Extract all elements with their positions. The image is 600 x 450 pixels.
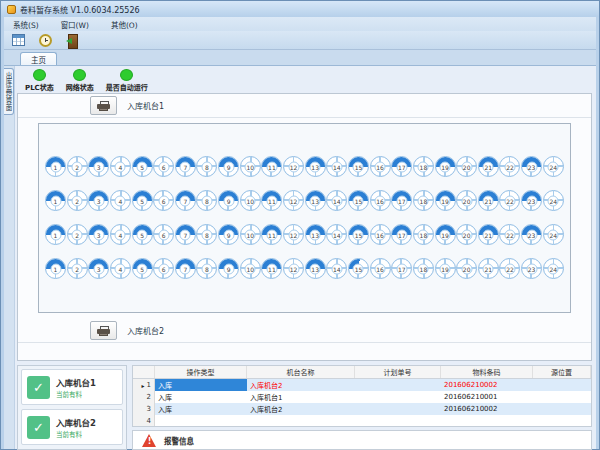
roll-position[interactable]: 2	[67, 224, 88, 245]
menu-item-other[interactable]: 其他(O)	[108, 18, 141, 31]
roll-position[interactable]: 19	[435, 258, 456, 279]
roll-position[interactable]: 3	[88, 258, 109, 279]
roll-position[interactable]: 7	[175, 224, 196, 245]
roll-position[interactable]: 10	[240, 224, 261, 245]
roll-position[interactable]: 10	[240, 156, 261, 177]
roll-position[interactable]: 3	[88, 156, 109, 177]
cell-source-pos[interactable]	[533, 403, 591, 415]
titlebar[interactable]: 卷料暂存系统 V1.0.6034.25526	[1, 1, 599, 17]
roll-position[interactable]: 13	[305, 224, 326, 245]
roll-position[interactable]: 13	[305, 258, 326, 279]
roll-position[interactable]: 24	[543, 224, 564, 245]
cell-machine-name[interactable]	[247, 415, 355, 427]
roll-position[interactable]: 22	[499, 156, 520, 177]
roll-position[interactable]: 13	[305, 190, 326, 211]
roll-position[interactable]: 11	[261, 258, 282, 279]
roll-position[interactable]: 21	[478, 224, 499, 245]
cell-machine-name[interactable]: 入库机台1	[247, 391, 355, 403]
roll-position[interactable]: 14	[326, 258, 347, 279]
roll-position[interactable]: 11	[261, 190, 282, 211]
cell-machine-name[interactable]: 入库机台2	[247, 379, 355, 391]
roll-position[interactable]: 2	[67, 156, 88, 177]
cell-plan-no[interactable]	[355, 415, 441, 427]
print-button-machine1[interactable]	[90, 96, 117, 115]
cell-machine-name[interactable]: 入库机台2	[247, 403, 355, 415]
roll-position[interactable]: 6	[153, 224, 174, 245]
roll-position[interactable]: 23	[521, 190, 542, 211]
roll-position[interactable]: 6	[153, 258, 174, 279]
roll-position[interactable]: 8	[196, 156, 217, 177]
roll-position[interactable]: 14	[326, 190, 347, 211]
roll-position[interactable]: 13	[305, 156, 326, 177]
cell-op-type[interactable]	[155, 415, 247, 427]
cell-op-type[interactable]: 入库	[155, 403, 247, 415]
cell-barcode[interactable]: 201606210002	[441, 403, 533, 415]
roll-position[interactable]: 15	[348, 190, 369, 211]
machine-status-card-2[interactable]: ✓入库机台2当前有料	[21, 409, 123, 445]
cell-op-type[interactable]: 入库	[155, 379, 247, 391]
roll-position[interactable]: 4	[110, 190, 131, 211]
schedule-tool-button[interactable]	[9, 32, 27, 48]
table-row[interactable]: ▸1入库入库机台2201606210002	[133, 379, 591, 391]
roll-position[interactable]: 17	[391, 258, 412, 279]
roll-position[interactable]: 2	[67, 258, 88, 279]
roll-position[interactable]: 22	[499, 190, 520, 211]
roll-position[interactable]: 9	[218, 190, 239, 211]
cell-plan-no[interactable]	[355, 379, 441, 391]
roll-position[interactable]: 19	[435, 224, 456, 245]
roll-position[interactable]: 20	[456, 190, 477, 211]
roll-position[interactable]: 4	[110, 156, 131, 177]
roll-position[interactable]: 24	[543, 190, 564, 211]
roll-position[interactable]: 8	[196, 190, 217, 211]
roll-position[interactable]: 24	[543, 258, 564, 279]
roll-position[interactable]: 7	[175, 190, 196, 211]
roll-position[interactable]: 19	[435, 190, 456, 211]
roll-position[interactable]: 1	[45, 224, 66, 245]
roll-position[interactable]: 2	[67, 190, 88, 211]
roll-position[interactable]: 21	[478, 156, 499, 177]
roll-position[interactable]: 7	[175, 156, 196, 177]
roll-position[interactable]: 17	[391, 190, 412, 211]
table-row[interactable]: 3入库入库机台2201606210002	[133, 403, 591, 415]
cell-source-pos[interactable]	[533, 391, 591, 403]
roll-position[interactable]: 1	[45, 258, 66, 279]
roll-position[interactable]: 10	[240, 258, 261, 279]
roll-position[interactable]: 18	[413, 258, 434, 279]
roll-position[interactable]: 15	[348, 224, 369, 245]
table-row[interactable]: 4	[133, 415, 591, 427]
menu-item-window[interactable]: 窗口(W)	[58, 18, 92, 31]
roll-position[interactable]: 9	[218, 258, 239, 279]
roll-position[interactable]: 9	[218, 156, 239, 177]
roll-position[interactable]: 11	[261, 224, 282, 245]
roll-position[interactable]: 19	[435, 156, 456, 177]
roll-position[interactable]: 9	[218, 224, 239, 245]
roll-position[interactable]: 16	[370, 190, 391, 211]
roll-position[interactable]: 8	[196, 224, 217, 245]
cell-plan-no[interactable]	[355, 391, 441, 403]
roll-position[interactable]: 16	[370, 258, 391, 279]
roll-position[interactable]: 12	[283, 224, 304, 245]
roll-position[interactable]: 6	[153, 190, 174, 211]
dock-tab-outbound-monitor[interactable]: 出库监控界面	[4, 68, 14, 115]
exit-tool-button[interactable]	[63, 32, 81, 48]
cell-barcode[interactable]: 201606210002	[441, 379, 533, 391]
roll-position[interactable]: 22	[499, 258, 520, 279]
roll-position[interactable]: 5	[132, 258, 153, 279]
roll-position[interactable]: 11	[261, 156, 282, 177]
roll-position[interactable]: 20	[456, 224, 477, 245]
roll-position[interactable]: 20	[456, 258, 477, 279]
roll-position[interactable]: 18	[413, 156, 434, 177]
roll-position[interactable]: 8	[196, 258, 217, 279]
roll-position[interactable]: 17	[391, 224, 412, 245]
clock-tool-button[interactable]	[36, 32, 54, 48]
roll-position[interactable]: 22	[499, 224, 520, 245]
machine-status-card-1[interactable]: ✓入库机台1当前有料	[21, 369, 123, 405]
roll-position[interactable]: 4	[110, 224, 131, 245]
roll-position[interactable]: 18	[413, 224, 434, 245]
roll-position[interactable]: 16	[370, 156, 391, 177]
cell-op-type[interactable]: 入库	[155, 391, 247, 403]
roll-position[interactable]: 14	[326, 156, 347, 177]
roll-position[interactable]: 15	[348, 258, 369, 279]
roll-position[interactable]: 23	[521, 258, 542, 279]
tab-home[interactable]: 主页	[20, 52, 57, 65]
